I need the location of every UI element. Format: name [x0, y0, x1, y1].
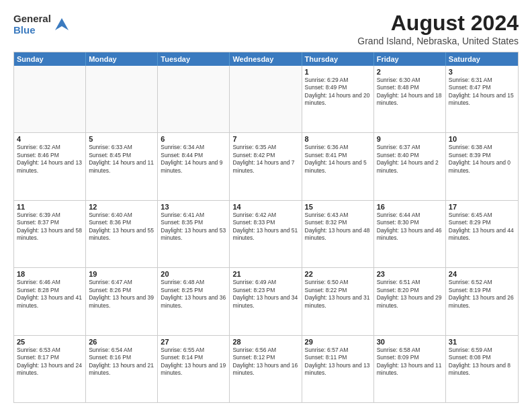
day-number: 1	[305, 68, 371, 76]
calendar-cell: 4Sunrise: 6:32 AMSunset: 8:46 PMDaylight…	[14, 133, 86, 199]
day-of-week-header: Sunday	[14, 52, 86, 66]
calendar-cell: 23Sunrise: 6:51 AMSunset: 8:20 PMDayligh…	[374, 268, 446, 334]
calendar-cell	[86, 66, 158, 132]
calendar-cell: 30Sunrise: 6:58 AMSunset: 8:09 PMDayligh…	[374, 336, 446, 402]
calendar-cell: 10Sunrise: 6:38 AMSunset: 8:39 PMDayligh…	[446, 133, 518, 199]
day-info: Sunrise: 6:36 AMSunset: 8:41 PMDaylight:…	[305, 144, 371, 175]
day-number: 31	[449, 338, 515, 346]
calendar-cell	[14, 66, 86, 132]
calendar-cell: 5Sunrise: 6:33 AMSunset: 8:45 PMDaylight…	[86, 133, 158, 199]
calendar-cell: 11Sunrise: 6:39 AMSunset: 8:37 PMDayligh…	[14, 201, 86, 267]
calendar-cell: 3Sunrise: 6:31 AMSunset: 8:47 PMDaylight…	[446, 66, 518, 132]
day-number: 28	[232, 338, 298, 346]
day-info: Sunrise: 6:40 AMSunset: 8:36 PMDaylight:…	[89, 212, 154, 242]
day-number: 25	[17, 338, 83, 346]
day-info: Sunrise: 6:44 AMSunset: 8:30 PMDaylight:…	[377, 212, 443, 242]
calendar-body: 1Sunrise: 6:29 AMSunset: 8:49 PMDaylight…	[14, 66, 518, 402]
day-number: 20	[161, 270, 226, 278]
day-number: 24	[449, 270, 515, 278]
calendar-cell: 25Sunrise: 6:53 AMSunset: 8:17 PMDayligh…	[14, 336, 86, 402]
day-number: 8	[305, 135, 371, 143]
day-number: 21	[232, 270, 298, 278]
day-info: Sunrise: 6:34 AMSunset: 8:44 PMDaylight:…	[161, 144, 226, 175]
day-number: 22	[305, 270, 371, 278]
day-info: Sunrise: 6:52 AMSunset: 8:19 PMDaylight:…	[449, 279, 515, 310]
day-info: Sunrise: 6:55 AMSunset: 8:14 PMDaylight:…	[161, 347, 226, 377]
calendar-row: 25Sunrise: 6:53 AMSunset: 8:17 PMDayligh…	[14, 335, 518, 402]
day-info: Sunrise: 6:57 AMSunset: 8:11 PMDaylight:…	[305, 347, 371, 377]
day-info: Sunrise: 6:53 AMSunset: 8:17 PMDaylight:…	[17, 347, 83, 377]
calendar-cell: 2Sunrise: 6:30 AMSunset: 8:48 PMDaylight…	[374, 66, 446, 132]
day-info: Sunrise: 6:49 AMSunset: 8:23 PMDaylight:…	[232, 279, 298, 310]
main-title: August 2024	[357, 11, 519, 36]
day-number: 9	[377, 135, 443, 143]
page: General Blue August 2024 Grand Island, N…	[0, 0, 532, 411]
calendar-cell: 16Sunrise: 6:44 AMSunset: 8:30 PMDayligh…	[374, 201, 446, 267]
day-info: Sunrise: 6:42 AMSunset: 8:33 PMDaylight:…	[232, 212, 298, 242]
day-number: 29	[305, 338, 371, 346]
calendar-cell: 6Sunrise: 6:34 AMSunset: 8:44 PMDaylight…	[158, 133, 230, 199]
day-info: Sunrise: 6:39 AMSunset: 8:37 PMDaylight:…	[17, 212, 83, 242]
logo-blue: Blue	[13, 25, 51, 36]
day-info: Sunrise: 6:31 AMSunset: 8:47 PMDaylight:…	[449, 77, 515, 107]
day-number: 5	[89, 135, 154, 143]
calendar-cell: 29Sunrise: 6:57 AMSunset: 8:11 PMDayligh…	[302, 336, 374, 402]
day-number: 27	[161, 338, 226, 346]
calendar-cell	[158, 66, 230, 132]
day-info: Sunrise: 6:45 AMSunset: 8:29 PMDaylight:…	[449, 212, 515, 242]
svg-marker-0	[55, 18, 69, 30]
calendar-cell: 22Sunrise: 6:50 AMSunset: 8:22 PMDayligh…	[302, 268, 374, 334]
logo: General Blue	[13, 13, 71, 36]
calendar-cell: 20Sunrise: 6:48 AMSunset: 8:25 PMDayligh…	[158, 268, 230, 334]
day-info: Sunrise: 6:58 AMSunset: 8:09 PMDaylight:…	[377, 347, 443, 377]
day-info: Sunrise: 6:50 AMSunset: 8:22 PMDaylight:…	[305, 279, 371, 310]
day-number: 19	[89, 270, 154, 278]
day-number: 7	[232, 135, 298, 143]
calendar-cell: 13Sunrise: 6:41 AMSunset: 8:35 PMDayligh…	[158, 201, 230, 267]
day-info: Sunrise: 6:35 AMSunset: 8:42 PMDaylight:…	[232, 144, 298, 175]
day-info: Sunrise: 6:32 AMSunset: 8:46 PMDaylight:…	[17, 144, 83, 175]
calendar-cell: 26Sunrise: 6:54 AMSunset: 8:16 PMDayligh…	[86, 336, 158, 402]
day-info: Sunrise: 6:56 AMSunset: 8:12 PMDaylight:…	[232, 347, 298, 377]
calendar-cell: 17Sunrise: 6:45 AMSunset: 8:29 PMDayligh…	[446, 201, 518, 267]
calendar-cell: 27Sunrise: 6:55 AMSunset: 8:14 PMDayligh…	[158, 336, 230, 402]
day-of-week-header: Saturday	[446, 52, 518, 66]
day-info: Sunrise: 6:48 AMSunset: 8:25 PMDaylight:…	[161, 279, 226, 310]
day-number: 17	[449, 203, 515, 211]
day-of-week-header: Thursday	[302, 52, 374, 66]
day-info: Sunrise: 6:46 AMSunset: 8:28 PMDaylight:…	[17, 279, 83, 310]
title-area: August 2024 Grand Island, Nebraska, Unit…	[357, 11, 519, 46]
logo-general: General	[13, 13, 51, 25]
day-of-week-header: Tuesday	[158, 52, 230, 66]
calendar: SundayMondayTuesdayWednesdayThursdayFrid…	[13, 52, 519, 403]
day-info: Sunrise: 6:43 AMSunset: 8:32 PMDaylight:…	[305, 212, 371, 242]
calendar-cell: 1Sunrise: 6:29 AMSunset: 8:49 PMDaylight…	[302, 66, 374, 132]
day-number: 26	[89, 338, 154, 346]
calendar-row: 11Sunrise: 6:39 AMSunset: 8:37 PMDayligh…	[14, 200, 518, 267]
day-number: 12	[89, 203, 154, 211]
day-number: 30	[377, 338, 443, 346]
day-info: Sunrise: 6:33 AMSunset: 8:45 PMDaylight:…	[89, 144, 154, 175]
day-info: Sunrise: 6:59 AMSunset: 8:08 PMDaylight:…	[449, 347, 515, 377]
day-info: Sunrise: 6:29 AMSunset: 8:49 PMDaylight:…	[305, 77, 371, 107]
calendar-row: 4Sunrise: 6:32 AMSunset: 8:46 PMDaylight…	[14, 132, 518, 199]
calendar-cell: 14Sunrise: 6:42 AMSunset: 8:33 PMDayligh…	[230, 201, 302, 267]
logo-text: General Blue	[13, 13, 51, 36]
day-number: 14	[232, 203, 298, 211]
calendar-cell: 31Sunrise: 6:59 AMSunset: 8:08 PMDayligh…	[446, 336, 518, 402]
calendar-row: 18Sunrise: 6:46 AMSunset: 8:28 PMDayligh…	[14, 267, 518, 334]
calendar-row: 1Sunrise: 6:29 AMSunset: 8:49 PMDaylight…	[14, 66, 518, 132]
day-info: Sunrise: 6:51 AMSunset: 8:20 PMDaylight:…	[377, 279, 443, 310]
day-number: 2	[377, 68, 443, 76]
day-info: Sunrise: 6:38 AMSunset: 8:39 PMDaylight:…	[449, 144, 515, 175]
subtitle: Grand Island, Nebraska, United States	[357, 36, 519, 46]
day-number: 23	[377, 270, 443, 278]
logo-bird-icon	[52, 15, 71, 34]
calendar-cell: 18Sunrise: 6:46 AMSunset: 8:28 PMDayligh…	[14, 268, 86, 334]
day-number: 13	[161, 203, 226, 211]
day-number: 16	[377, 203, 443, 211]
day-number: 18	[17, 270, 83, 278]
day-number: 3	[449, 68, 515, 76]
calendar-cell: 19Sunrise: 6:47 AMSunset: 8:26 PMDayligh…	[86, 268, 158, 334]
day-info: Sunrise: 6:54 AMSunset: 8:16 PMDaylight:…	[89, 347, 154, 377]
